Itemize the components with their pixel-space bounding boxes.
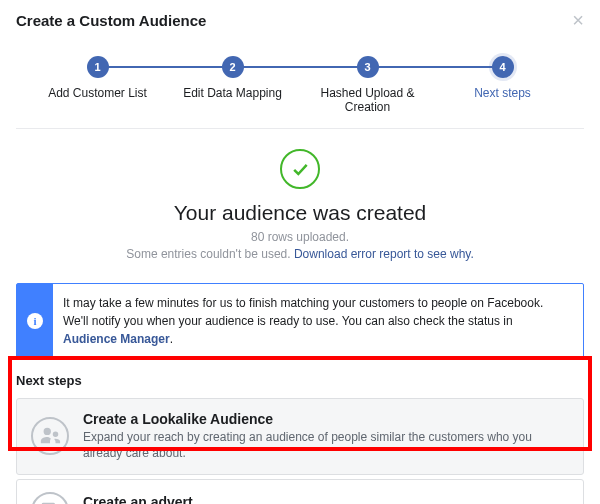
- option-body: Create an advert Start building an adver…: [83, 494, 387, 504]
- info-banner: i It may take a few minutes for us to fi…: [16, 283, 584, 359]
- create-lookalike-audience-card[interactable]: Create a Lookalike Audience Expand your …: [16, 398, 584, 476]
- option-title: Create a Lookalike Audience: [83, 411, 569, 427]
- option-desc: Expand your reach by creating an audienc…: [83, 429, 569, 463]
- create-advert-card[interactable]: Create an advert Start building an adver…: [16, 479, 584, 504]
- modal-header: Create a Custom Audience ×: [0, 0, 600, 38]
- advert-icon: [31, 492, 69, 504]
- close-icon[interactable]: ×: [572, 10, 584, 30]
- info-text: It may take a few minutes for us to fini…: [53, 284, 583, 358]
- step-number: 3: [357, 56, 379, 78]
- step-label: Edit Data Mapping: [165, 86, 300, 100]
- download-error-report-link[interactable]: Download error report to see why.: [294, 247, 474, 261]
- error-prefix: Some entries couldn't be used.: [126, 247, 294, 261]
- step-label: Add Customer List: [30, 86, 165, 100]
- step-edit-data-mapping: 2 Edit Data Mapping: [165, 56, 300, 100]
- create-custom-audience-modal: Create a Custom Audience × 1 Add Custome…: [0, 0, 600, 504]
- option-body: Create a Lookalike Audience Expand your …: [83, 411, 569, 463]
- success-title: Your audience was created: [16, 201, 584, 225]
- divider: [16, 128, 584, 129]
- info-icon: i: [27, 313, 43, 329]
- step-hashed-upload: 3 Hashed Upload & Creation: [300, 56, 435, 114]
- step-number: 1: [87, 56, 109, 78]
- rows-uploaded: 80 rows uploaded.: [251, 230, 349, 244]
- success-subtitle: 80 rows uploaded. Some entries couldn't …: [16, 229, 584, 263]
- step-label: Hashed Upload & Creation: [300, 86, 435, 114]
- info-icon-wrap: i: [17, 284, 53, 358]
- step-add-customer-list: 1 Add Customer List: [30, 56, 165, 100]
- next-steps-heading: Next steps: [0, 373, 600, 394]
- step-number: 2: [222, 56, 244, 78]
- lookalike-audience-icon: [31, 417, 69, 455]
- step-next-steps: 4 Next steps: [435, 56, 570, 100]
- check-circle-icon: [280, 149, 320, 189]
- progress-stepper: 1 Add Customer List 2 Edit Data Mapping …: [0, 38, 600, 128]
- step-number: 4: [492, 56, 514, 78]
- audience-manager-link[interactable]: Audience Manager: [63, 332, 170, 346]
- success-block: Your audience was created 80 rows upload…: [0, 143, 600, 273]
- modal-title: Create a Custom Audience: [16, 12, 206, 29]
- step-label: Next steps: [435, 86, 570, 100]
- option-title: Create an advert: [83, 494, 387, 504]
